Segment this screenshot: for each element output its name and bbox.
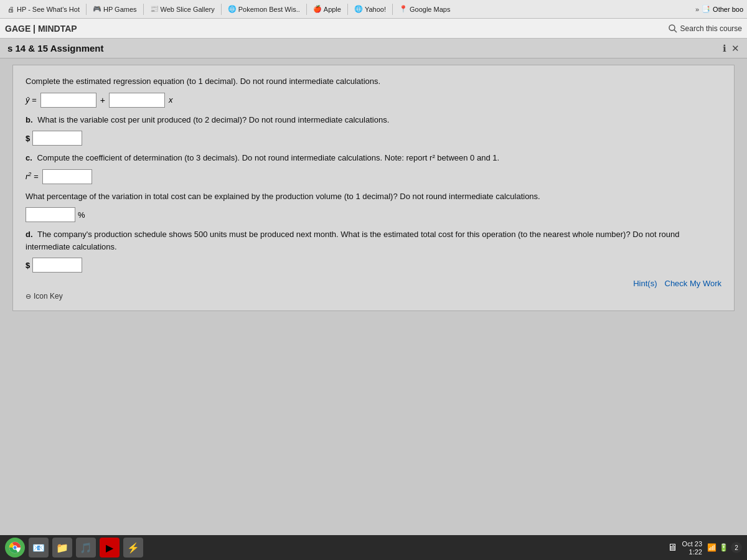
- wifi-icon: 📶: [707, 543, 716, 552]
- svg-point-4: [14, 546, 17, 549]
- plus-sign: +: [100, 95, 105, 105]
- equation-input-2[interactable]: [109, 93, 165, 108]
- monitor-icon: 🖥: [667, 542, 677, 553]
- apple-icon: 🍎: [313, 5, 322, 14]
- taskbar-extra-icon[interactable]: ⚡: [123, 538, 143, 558]
- x-label: x: [169, 95, 173, 105]
- toolbar-google-maps[interactable]: 📍 Google Maps: [397, 4, 453, 15]
- percent-sign: %: [78, 210, 85, 220]
- hint-row: Hint(s) Check My Work: [26, 279, 721, 288]
- percent-question-text: What percentage of the variation in tota…: [26, 190, 721, 203]
- toolbar-yahoo[interactable]: 🌐 Yahoo!: [352, 4, 388, 15]
- icon-key-label: Icon Key: [34, 292, 63, 301]
- total-cost-input[interactable]: [32, 258, 82, 273]
- part-c-section: c. Compute the coefficient of determinat…: [26, 152, 721, 184]
- percent-row: %: [26, 207, 721, 222]
- equation-label: ŷ =: [26, 95, 37, 105]
- search-course-box[interactable]: Search this course: [668, 24, 742, 34]
- battery-icon: 🔋: [719, 543, 728, 552]
- taskbar-clock: Oct 23 1:22: [682, 540, 702, 556]
- percent-input[interactable]: [26, 207, 75, 222]
- browser-toolbar: 🖨 HP - See What's Hot 🎮 HP Games 📰 Web S…: [0, 0, 747, 19]
- equation-row: ŷ = + x: [26, 93, 721, 108]
- icon-key-icon: ⊖: [26, 292, 31, 301]
- taskbar-video-icon[interactable]: ▶: [100, 538, 120, 558]
- intro-text: Complete the estimated regression equati…: [26, 75, 721, 88]
- dollar-input-row-d: $: [26, 258, 721, 273]
- r2-input[interactable]: [42, 169, 92, 184]
- svg-point-0: [669, 25, 675, 30]
- percent-section: What percentage of the variation in tota…: [26, 190, 721, 223]
- hp-games-icon: 🎮: [93, 5, 101, 14]
- dollar-input-row-b: $: [26, 131, 721, 146]
- toolbar-divider-5: [347, 4, 348, 15]
- page-title-bar: s 14 & 15 Assignment ℹ ✕: [0, 39, 747, 58]
- toolbar-divider-6: [392, 4, 393, 15]
- toolbar-hp-see[interactable]: 🖨 HP - See What's Hot: [4, 4, 82, 15]
- r2-label: r2 =: [26, 171, 39, 181]
- toolbar-pokemon[interactable]: 🌐 Pokemon Best Wis..: [225, 4, 303, 15]
- other-bookmarks-icon: 📑: [702, 5, 710, 14]
- taskbar-right: 🖥 Oct 23 1:22 📶 🔋 2: [667, 540, 742, 556]
- taskbar-finder-icon[interactable]: 📁: [52, 538, 72, 558]
- dollar-sign-d: $: [26, 261, 30, 270]
- yahoo-icon: 🌐: [354, 5, 363, 14]
- hint-link[interactable]: Hint(s): [633, 279, 657, 288]
- variable-cost-input[interactable]: [32, 131, 82, 146]
- toolbar-web-slice[interactable]: 📰 Web Slice Gallery: [148, 4, 217, 15]
- taskbar-chrome-icon[interactable]: [5, 538, 25, 558]
- taskbar-music-icon[interactable]: 🎵: [76, 538, 96, 558]
- page-title: s 14 & 15 Assignment: [7, 43, 104, 54]
- chevron-right-icon: »: [695, 6, 699, 13]
- svg-line-1: [674, 30, 677, 32]
- web-slice-icon: 📰: [150, 5, 159, 14]
- toolbar-divider-1: [86, 4, 87, 15]
- part-c-text: c. Compute the coefficient of determinat…: [26, 152, 721, 164]
- part-d-section: d. The company's production schedule sho…: [26, 228, 721, 273]
- part-d-text: d. The company's production schedule sho…: [26, 228, 721, 253]
- wifi-battery: 📶 🔋 2: [707, 542, 742, 553]
- hp-icon: 🖨: [6, 5, 15, 14]
- main-content: Complete the estimated regression equati…: [0, 58, 747, 535]
- equation-input-1[interactable]: [40, 93, 96, 108]
- r2-row: r2 =: [26, 169, 721, 184]
- search-icon: [668, 24, 678, 34]
- dollar-sign-b: $: [26, 134, 30, 143]
- close-icon[interactable]: ✕: [731, 43, 740, 54]
- nav-title: GAGE | MINDTAP: [5, 24, 77, 34]
- toolbar-divider-4: [306, 4, 307, 15]
- icon-key-row: ⊖ Icon Key: [26, 292, 721, 301]
- part-b-section: b. What is the variable cost per unit pr…: [26, 114, 721, 146]
- battery-level: 2: [731, 542, 742, 553]
- nav-bar: GAGE | MINDTAP Search this course: [0, 19, 747, 39]
- toolbar-divider-2: [143, 4, 144, 15]
- check-work-link[interactable]: Check My Work: [665, 279, 722, 288]
- toolbar-divider-3: [221, 4, 222, 15]
- title-icons: ℹ ✕: [723, 43, 740, 54]
- taskbar: 📧 📁 🎵 ▶ ⚡ 🖥 Oct 23 1:22 📶 🔋 2: [0, 535, 747, 560]
- google-maps-icon: 📍: [399, 5, 408, 14]
- taskbar-mail-icon[interactable]: 📧: [29, 538, 49, 558]
- pokemon-icon: 🌐: [228, 5, 237, 14]
- toolbar-hp-games[interactable]: 🎮 HP Games: [90, 4, 139, 15]
- info-icon[interactable]: ℹ: [723, 43, 726, 54]
- content-box: Complete the estimated regression equati…: [12, 65, 735, 311]
- toolbar-apple[interactable]: 🍎 Apple: [311, 4, 344, 15]
- part-b-text: b. What is the variable cost per unit pr…: [26, 114, 721, 126]
